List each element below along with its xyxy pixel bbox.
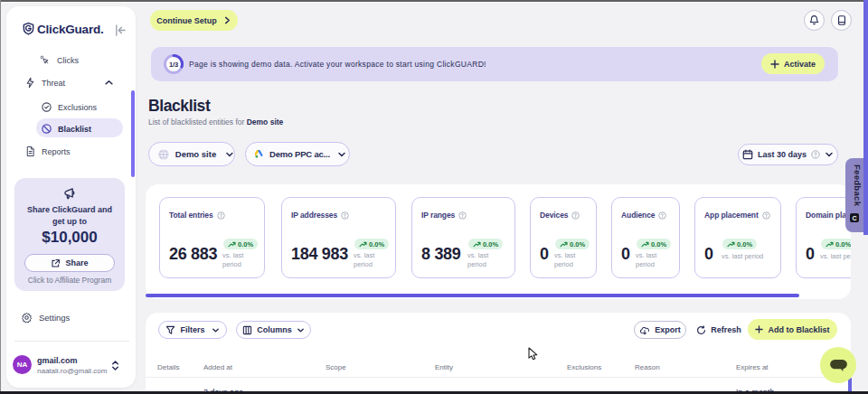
svg-text:Feedback: Feedback xyxy=(853,164,863,207)
